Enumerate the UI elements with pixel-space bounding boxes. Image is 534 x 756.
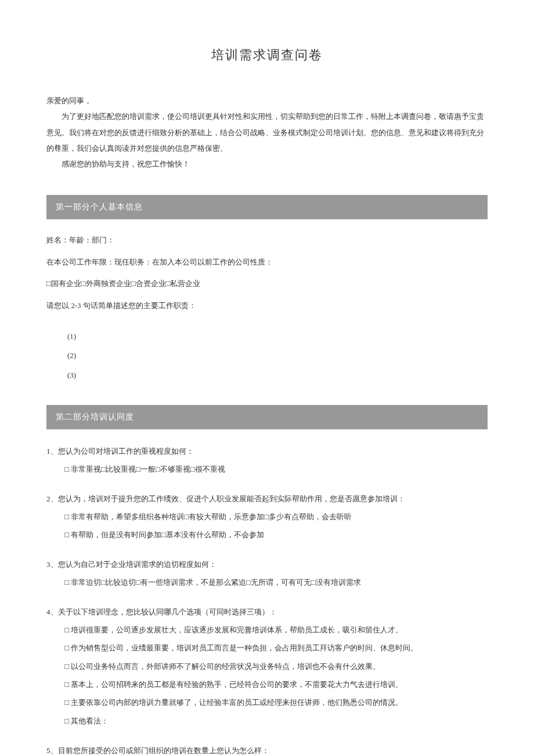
question-5: 5、目前您所接受的公司或部门组织的培训在数量上您认为怎么样： □绰绰有余□足够□… [46, 744, 488, 756]
list-item: (3) [67, 368, 488, 382]
q4-option-5: □ 主要依靠公司内部的培训力量就够了，让经验丰富的员工或经理来担任讲师，他们熟悉… [64, 694, 488, 710]
q3-options: □ 非常迫切□比较迫切□有一些培训需求，不是那么紧迫□无所谓，可有可无□没有培训… [64, 574, 488, 590]
question-2: 2、您认为，培训对于提升您的工作绩效、促进个人职业发展能否起到实际帮助作用，您是… [46, 492, 488, 542]
q4-option-6: □ 其他看法： [64, 713, 488, 729]
q4-option-2: □ 作为销售型公司，业绩最重要，培训对员工而言是一种负担，会占用到员工拜访客户的… [64, 640, 488, 656]
intro-paragraph-2: 感谢您的协助与支持，祝您工作愉快！ [46, 156, 488, 172]
q4-option-1: □ 培训很重要，公司逐步发展壮大，应该逐步发展和完善培训体系，帮助员工成长，吸引… [64, 622, 488, 638]
q2-options-line2: □ 有帮助，但是没有时间参加□基本没有什么帮助，不会参加 [64, 527, 488, 542]
s1-line-name-age-dept: 姓名：年龄：部门： [46, 233, 488, 247]
list-item: (2) [67, 349, 488, 362]
q1-options: □ 非常重视□比较重视□一般□不够重视□很不重视 [64, 461, 488, 477]
intro-salutation: 亲爱的同事， [46, 93, 488, 108]
s1-job-desc-list: (1) (2) (3) [67, 330, 488, 382]
q2-options-line1: □ 非常有帮助，希望多组织各种培训□有较大帮助，乐意参加□多少有点帮助，会去听听 [64, 509, 488, 525]
s1-line-company-type-options: □国有企业□外商独资企业□合资企业□私营企业 [46, 277, 488, 290]
section-1-header: 第一部分个人基本信息 [46, 195, 488, 219]
q2-text: 2、您认为，培训对于提升您的工作绩效、促进个人职业发展能否起到实际帮助作用，您是… [46, 492, 488, 507]
section-2-header: 第二部分培训认同度 [46, 405, 488, 429]
q5-text: 5、目前您所接受的公司或部门组织的培训在数量上您认为怎么样： [46, 744, 488, 756]
q1-text: 1、您认为公司对培训工作的重视程度如何： [46, 444, 488, 459]
intro-paragraph-1: 为了更好地匹配您的培训需求，使公司培训更具针对性和实用性，切实帮助到您的日常工作… [46, 108, 488, 156]
q3-text: 3、您认为自己对于企业培训需求的迫切程度如何： [46, 558, 488, 572]
question-1: 1、您认为公司对培训工作的重视程度如何： □ 非常重视□比较重视□一般□不够重视… [46, 444, 488, 477]
list-item: (1) [67, 330, 488, 343]
document-title: 培训需求调查问卷 [46, 46, 488, 64]
q4-text: 4、关于以下培训理念，您比较认同哪几个选项（可同时选择三项）： [46, 605, 488, 620]
s1-line-job-desc-prompt: 请您以 2-3 句话简单描述您的主要工作职责： [46, 299, 488, 312]
question-3: 3、您认为自己对于企业培训需求的迫切程度如何： □ 非常迫切□比较迫切□有一些培… [46, 558, 488, 590]
q4-option-4: □ 基本上，公司招聘来的员工都是有经验的熟手，已经符合公司的要求，不需要花大力气… [64, 677, 488, 692]
q4-option-3: □ 以公司业务特点而言，外部讲师不了解公司的经营状况与业务特点，培训也不会有什么… [64, 659, 488, 674]
s1-line-tenure-title-prevco: 在本公司工作年限：现任职务：在加入本公司以前工作的公司性质： [46, 255, 488, 269]
document-page: 培训需求调查问卷 亲爱的同事， 为了更好地匹配您的培训需求，使公司培训更具针对性… [0, 0, 534, 756]
question-4: 4、关于以下培训理念，您比较认同哪几个选项（可同时选择三项）： □ 培训很重要，… [46, 605, 488, 728]
intro-block: 亲爱的同事， 为了更好地匹配您的培训需求，使公司培训更具针对性和实用性，切实帮助… [46, 93, 488, 172]
